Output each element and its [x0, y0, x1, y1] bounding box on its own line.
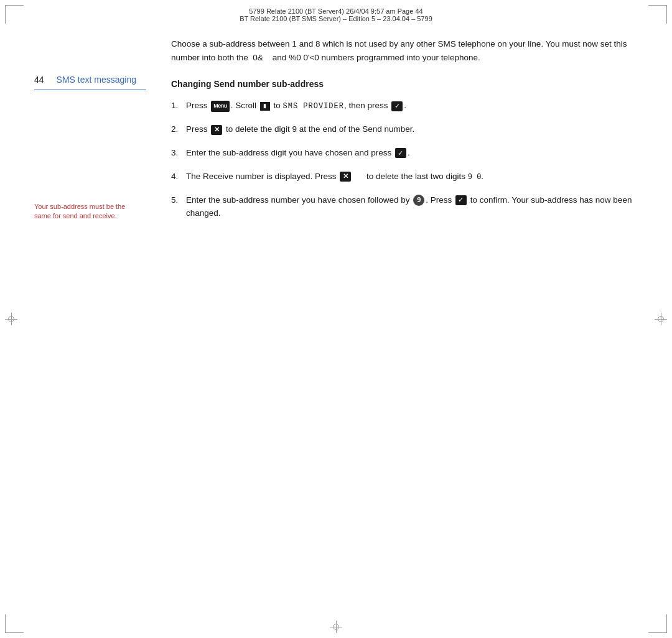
print-header: 5799 Relate 2100 (BT Server4) 26/4/04 9:… [0, 0, 672, 15]
crosshair-right [655, 313, 667, 325]
section-title: SMS text messaging [57, 75, 136, 85]
intro-paragraph: Choose a sub-address between 1 and 8 whi… [171, 37, 638, 64]
step-4-number: 4. [171, 170, 186, 183]
content-area: 44 SMS text messaging Your sub-address m… [0, 37, 672, 230]
steps-list: 1. Press Menu. Scroll ▮ to SMS PROVIDER,… [171, 99, 638, 220]
page-number: 44 [34, 75, 44, 85]
nine-button-icon: 9 [413, 195, 424, 206]
step-2: 2. Press ✕ to delete the digit 9 at the … [171, 123, 638, 136]
check-button-icon-3: ✓ [455, 195, 467, 205]
sidebar: 44 SMS text messaging Your sub-address m… [34, 37, 159, 230]
step-1-number: 1. [171, 99, 186, 113]
divider [34, 90, 146, 90]
step-5: 5. Enter the sub-address number you have… [171, 193, 638, 220]
crop-mark-bl [5, 614, 24, 633]
main-content: Choose a sub-address between 1 and 8 whi… [159, 37, 638, 230]
to-text: to [366, 172, 373, 181]
step-4-content: The Receive number is displayed. Press ✕… [186, 170, 638, 183]
x-button-icon-2: ✕ [340, 172, 351, 182]
step-1-content: Press Menu. Scroll ▮ to SMS PROVIDER, th… [186, 99, 638, 113]
print-line: 5799 Relate 2100 (BT Server4) 26/4/04 9:… [249, 7, 422, 15]
sidebar-note: Your sub-address must be the same for se… [34, 202, 146, 221]
step-3-number: 3. [171, 146, 186, 160]
menu-button-icon: Menu [211, 101, 230, 112]
sms-provider-text: SMS PROVIDER [283, 102, 344, 111]
step-2-content: Press ✕ to delete the digit 9 at the end… [186, 123, 638, 136]
x-button-icon-1: ✕ [211, 125, 222, 135]
page-number-section: 44 SMS text messaging [34, 75, 146, 85]
digits-text: 9 0 [468, 173, 482, 182]
crop-mark-tl [5, 5, 24, 24]
crosshair-bottom [330, 621, 342, 633]
crosshair-left [5, 313, 17, 325]
check-button-icon-2: ✓ [395, 148, 406, 158]
check-button-icon-1: ✓ [391, 101, 403, 111]
page: 5799 Relate 2100 (BT Server4) 26/4/04 9:… [0, 0, 672, 638]
crop-mark-br [648, 614, 667, 633]
step-2-number: 2. [171, 123, 186, 136]
step-5-content: Enter the sub-address number you have ch… [186, 193, 638, 220]
step-3: 3. Enter the sub-address digit you have … [171, 146, 638, 160]
step-1: 1. Press Menu. Scroll ▮ to SMS PROVIDER,… [171, 99, 638, 113]
step-3-content: Enter the sub-address digit you have cho… [186, 146, 638, 160]
crop-mark-tr [648, 5, 667, 24]
step-5-number: 5. [171, 193, 186, 207]
section-heading: Changing Send number sub-address [171, 79, 638, 89]
step-4: 4. The Receive number is displayed. Pres… [171, 170, 638, 183]
edition-line: BT Relate 2100 (BT SMS Server) – Edition… [0, 15, 672, 25]
scroll-icon: ▮ [260, 102, 270, 111]
